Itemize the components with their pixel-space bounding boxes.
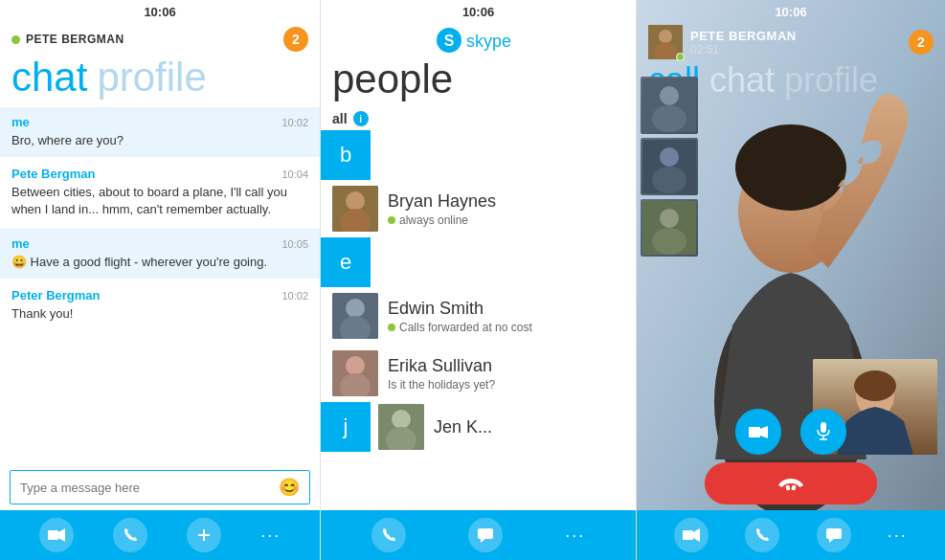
info-icon: i bbox=[353, 111, 369, 126]
letter-b: b bbox=[321, 130, 371, 180]
sidebar-thumb-3[interactable] bbox=[641, 199, 698, 257]
message-3: me 10:05 😀 Have a good flight - wherever… bbox=[0, 229, 320, 279]
svg-rect-47 bbox=[683, 530, 693, 540]
chat-panel: 10:06 PETE BERGMAN 2 chat profile me 10:… bbox=[0, 0, 321, 560]
bryan-avatar bbox=[332, 186, 378, 232]
edwin-status-dot bbox=[388, 324, 395, 331]
contact-bryan[interactable]: Bryan Haynes always online bbox=[321, 180, 636, 237]
all-section[interactable]: all i bbox=[321, 107, 636, 130]
call-sidebar-thumbnails bbox=[637, 77, 702, 257]
letter-e: e bbox=[321, 237, 371, 287]
end-call-button[interactable] bbox=[705, 462, 877, 504]
svg-point-8 bbox=[346, 191, 365, 211]
msg-sender-2: Pete Bergman bbox=[11, 167, 95, 181]
nav-chat-label[interactable]: chat bbox=[709, 63, 775, 98]
video-call-button[interactable] bbox=[39, 518, 74, 552]
svg-point-26 bbox=[659, 30, 672, 43]
contact-erika[interactable]: Erika Sullivan Is it the holidays yet? bbox=[321, 345, 636, 402]
call-mic-button[interactable] bbox=[800, 409, 846, 455]
chat-time: 10:06 bbox=[144, 5, 175, 19]
svg-point-17 bbox=[392, 410, 411, 429]
svg-point-33 bbox=[652, 167, 686, 193]
message-input-row[interactable]: 😊 bbox=[10, 470, 310, 504]
erika-name: Erika Sullivan bbox=[388, 356, 624, 376]
jen-avatar bbox=[378, 404, 424, 450]
online-indicator bbox=[11, 35, 20, 44]
call-more-options[interactable]: ··· bbox=[888, 526, 908, 546]
chat-status-bar: 10:06 bbox=[0, 0, 320, 23]
people-chat-button[interactable] bbox=[468, 518, 503, 552]
people-top-bar: S skype bbox=[321, 23, 636, 59]
sidebar-thumb-1[interactable] bbox=[641, 77, 698, 134]
more-options[interactable]: ··· bbox=[260, 526, 281, 546]
profile-title-word: profile bbox=[97, 57, 206, 98]
call-bottom-bar: ··· bbox=[637, 510, 945, 560]
msg-text-2: Between cities, about to board a plane, … bbox=[11, 184, 308, 218]
people-more-options[interactable]: ··· bbox=[565, 526, 585, 546]
svg-point-11 bbox=[346, 299, 365, 318]
bryan-status: always online bbox=[388, 213, 624, 227]
contact-edwin[interactable]: Edwin Smith Calls forwarded at no cost bbox=[321, 287, 636, 345]
call-controls bbox=[637, 409, 945, 510]
phone-call-button[interactable] bbox=[113, 518, 147, 552]
svg-point-35 bbox=[660, 209, 679, 228]
people-panel: 10:06 S skype people all i b bbox=[321, 0, 637, 560]
msg-text-1: Bro, where are you? bbox=[11, 132, 308, 149]
people-phone-button[interactable] bbox=[371, 518, 406, 552]
message-1: me 10:02 Bro, where are you? bbox=[0, 107, 320, 157]
msg-sender-3: me bbox=[11, 236, 30, 251]
call-video-button[interactable] bbox=[735, 409, 781, 455]
msg-time-2: 10:04 bbox=[281, 168, 308, 180]
sidebar-thumb-2[interactable] bbox=[641, 138, 698, 195]
svg-point-24 bbox=[735, 124, 846, 211]
erika-status: Is it the holidays yet? bbox=[388, 378, 624, 392]
people-title-row: people bbox=[321, 59, 636, 107]
svg-point-14 bbox=[346, 356, 365, 375]
svg-rect-49 bbox=[826, 528, 842, 539]
contact-jen[interactable]: Jen K... bbox=[371, 402, 636, 452]
svg-point-29 bbox=[660, 86, 679, 105]
message-4: Peter Bergman 10:02 Thank you! bbox=[0, 280, 320, 330]
skype-logo: S skype bbox=[436, 27, 522, 54]
call-bottom-chat[interactable] bbox=[817, 518, 851, 552]
svg-rect-0 bbox=[48, 530, 58, 540]
letter-j: j bbox=[321, 402, 371, 452]
msg-sender-1: me bbox=[11, 115, 30, 129]
call-contact-info: PETE BERGMAN 02:51 bbox=[690, 29, 909, 56]
nav-profile-label[interactable]: profile bbox=[784, 63, 878, 98]
call-duration: 02:51 bbox=[690, 43, 909, 56]
call-bottom-phone[interactable] bbox=[745, 518, 779, 552]
bryan-status-dot bbox=[388, 216, 395, 224]
chat-top-bar: PETE BERGMAN 2 bbox=[0, 23, 320, 57]
contacts-list: b Bryan Haynes always online e bbox=[321, 130, 636, 510]
call-secondary-buttons bbox=[735, 409, 846, 455]
msg-text-4: Thank you! bbox=[11, 305, 308, 323]
edwin-info: Edwin Smith Calls forwarded at no cost bbox=[388, 299, 624, 334]
svg-marker-50 bbox=[829, 539, 834, 543]
msg-time-3: 10:05 bbox=[281, 238, 308, 250]
people-bottom-bar: ··· bbox=[321, 510, 636, 560]
msg-time-1: 10:02 bbox=[281, 117, 308, 128]
emoji-icon[interactable]: 😊 bbox=[279, 477, 300, 498]
svg-point-36 bbox=[652, 228, 686, 255]
call-bottom-video[interactable] bbox=[674, 518, 709, 552]
msg-time-4: 10:02 bbox=[281, 290, 308, 302]
add-contact-button[interactable] bbox=[187, 518, 221, 552]
erika-info: Erika Sullivan Is it the holidays yet? bbox=[388, 356, 624, 392]
edwin-status: Calls forwarded at no cost bbox=[388, 321, 624, 334]
messages-area: me 10:02 Bro, where are you? Pete Bergma… bbox=[0, 107, 320, 464]
svg-point-32 bbox=[660, 147, 679, 167]
people-title-word: people bbox=[332, 56, 453, 101]
message-2: Pete Bergman 10:04 Between cities, about… bbox=[0, 159, 320, 226]
svg-point-39 bbox=[854, 370, 896, 401]
msg-sender-4: Peter Bergman bbox=[11, 288, 100, 302]
bryan-info: Bryan Haynes always online bbox=[388, 191, 624, 227]
call-online-dot bbox=[676, 53, 685, 61]
svg-text:S: S bbox=[443, 33, 454, 49]
call-badge: 2 bbox=[909, 30, 934, 55]
msg-text-3: 😀 Have a good flight - wherever you're g… bbox=[11, 254, 308, 271]
call-contact-row: PETE BERGMAN 02:51 2 bbox=[637, 23, 945, 63]
call-contact-avatar bbox=[648, 25, 683, 59]
message-input[interactable] bbox=[20, 481, 279, 495]
svg-rect-40 bbox=[749, 427, 760, 437]
